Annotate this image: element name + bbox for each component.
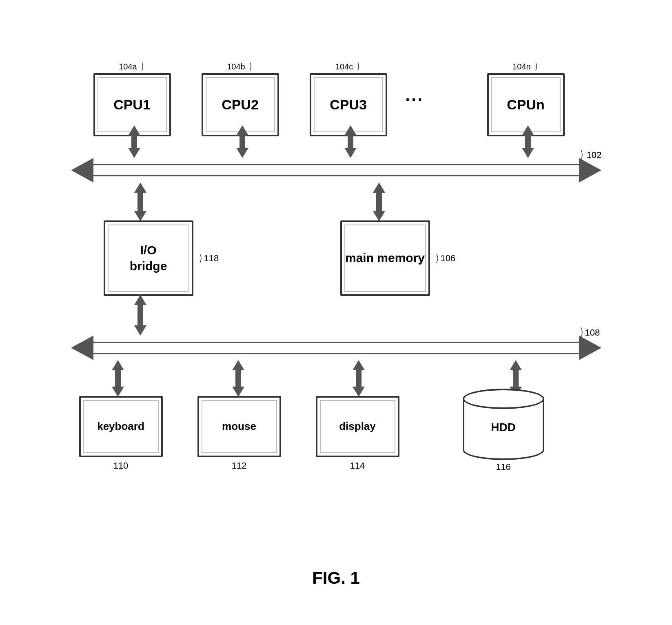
mouse-ref: 112 <box>232 460 247 471</box>
svg-marker-15 <box>373 195 385 221</box>
cpu2-ref-label: 104b <box>227 62 253 71</box>
display-block: display 114 <box>316 396 399 471</box>
hdd-block: HDD 116 <box>463 389 544 472</box>
keyboard-ref: 110 <box>113 460 129 471</box>
cpu3-to-bus1-arrow <box>340 125 361 158</box>
cpu1-to-bus1-arrow <box>124 125 144 158</box>
main-memory-box: main memory <box>340 220 430 296</box>
svg-rect-19 <box>93 343 579 353</box>
io-bridge-box: I/O bridge <box>104 220 193 296</box>
mouse-block: mouse 112 <box>197 396 281 471</box>
svg-marker-27 <box>353 372 365 397</box>
hdd-ref: 116 <box>496 462 511 472</box>
bus2-to-display-arrow <box>348 360 369 397</box>
cpun-to-bus1-arrow <box>518 125 538 158</box>
mouse-box: mouse <box>197 396 281 457</box>
cpu2-to-bus1-arrow <box>232 125 253 158</box>
io-bridge-ref: 118 <box>196 253 219 264</box>
io-bridge-block: I/O bridge 118 <box>104 220 219 296</box>
cpu1-ref-label: 104a <box>119 62 145 71</box>
svg-marker-25 <box>232 372 244 397</box>
display-box: display <box>316 396 399 457</box>
svg-marker-1 <box>128 136 140 158</box>
bus2-ref-label: 108 <box>577 327 600 338</box>
bus2-to-mouse-arrow <box>228 360 248 397</box>
dots-separator: ··· <box>406 91 424 109</box>
svg-marker-7 <box>522 136 534 158</box>
figure-label: FIG. 1 <box>312 568 360 588</box>
keyboard-box: keyboard <box>79 396 163 457</box>
svg-marker-3 <box>236 136 248 158</box>
main-memory-ref: 106 <box>432 253 456 264</box>
bus1-to-io-arrow <box>130 182 151 221</box>
bus2-to-kb-arrow <box>108 360 128 397</box>
cpun-ref-label: 104n <box>512 62 539 71</box>
svg-rect-9 <box>93 165 579 176</box>
svg-marker-23 <box>112 372 124 397</box>
bus1-ref-label: 102 <box>577 150 602 160</box>
bus1-to-mm-arrow <box>369 182 389 221</box>
main-memory-block: main memory 106 <box>340 220 456 296</box>
cpu3-ref-label: 104c <box>335 62 361 71</box>
svg-marker-17 <box>134 307 146 336</box>
svg-marker-5 <box>344 136 357 158</box>
svg-marker-13 <box>134 195 146 221</box>
system-bus-1 <box>71 156 601 185</box>
hdd-shape: HDD <box>463 389 544 460</box>
keyboard-block: keyboard 110 <box>79 396 163 471</box>
display-ref: 114 <box>350 460 365 471</box>
io-bus-2 <box>71 334 601 362</box>
io-to-bus2-arrow <box>130 295 151 336</box>
diagram-container: 104a CPU1 104b CPU2 104c CPU3 <box>71 38 601 560</box>
